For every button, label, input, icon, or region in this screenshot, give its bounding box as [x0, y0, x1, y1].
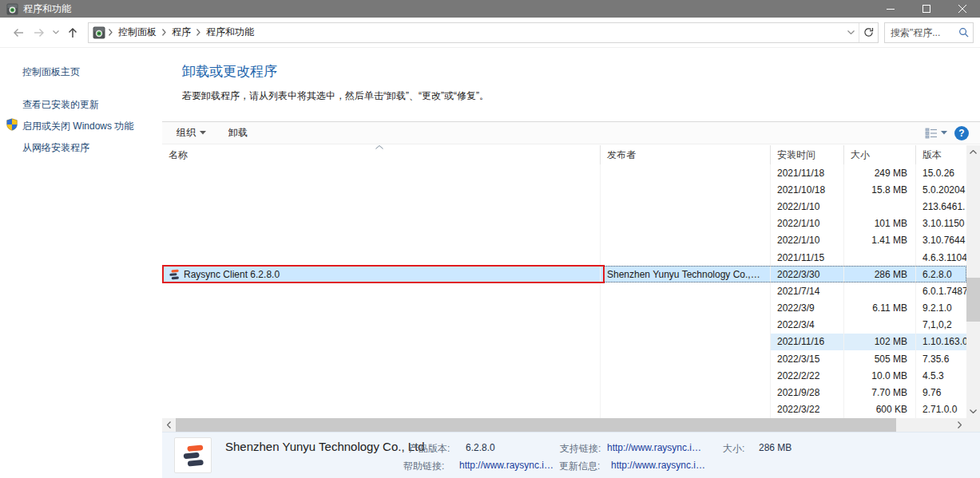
cell-publisher — [601, 317, 771, 334]
app-icon — [6, 3, 18, 15]
cell-name — [162, 367, 601, 384]
sidebar-item-control-panel-home[interactable]: 控制面板主页 — [0, 61, 162, 83]
search-icon[interactable] — [958, 27, 969, 38]
cell-publisher — [601, 215, 771, 232]
table-row[interactable]: 2021/11/15 4.6.3.1104 — [162, 249, 966, 266]
column-header-size[interactable]: 大小 — [844, 145, 916, 164]
update-info-link[interactable]: http://www.raysync.i… — [611, 460, 705, 471]
up-button[interactable] — [62, 22, 83, 43]
scroll-down-icon[interactable] — [966, 405, 980, 418]
table-row[interactable]: 2021/11/16 102 MB 1.10.163.0 — [162, 334, 966, 350]
cell-publisher — [601, 164, 771, 181]
forward-button[interactable] — [29, 22, 50, 43]
address-bar[interactable]: 控制面板 程序 程序和功能 — [88, 22, 879, 43]
size-label: 大小: — [723, 442, 744, 456]
cell-installed-on: 2022/3/4 — [771, 317, 844, 334]
cell-installed-on: 2021/7/14 — [771, 282, 844, 299]
support-link-label: 支持链接: — [560, 442, 601, 456]
page-instruction: 若要卸载程序，请从列表中将其选中，然后单击“卸载”、“更改”或“修复”。 — [182, 89, 489, 103]
help-link[interactable]: http://www.raysync.i… — [459, 460, 553, 471]
cell-name: Raysync Client 6.2.8.0 — [162, 266, 601, 282]
search-input[interactable] — [891, 27, 956, 38]
support-link[interactable]: http://www.raysync.i… — [607, 442, 701, 453]
cell-size: 15.8 MB — [844, 181, 916, 198]
navigation-bar: 控制面板 程序 程序和功能 — [0, 18, 980, 48]
change-view-button[interactable] — [925, 128, 947, 139]
table-row[interactable]: Raysync Client 6.2.8.0 Shenzhen Yunyu Te… — [162, 266, 966, 282]
cell-name — [162, 350, 601, 367]
cell-version: 7,1,0,2 — [916, 317, 966, 334]
cell-name — [162, 384, 601, 401]
cell-version: 9.2.1.0 — [916, 300, 966, 317]
table-row[interactable]: 2022/3/15 505 MB 7.35.6 — [162, 350, 966, 367]
raysync-logo — [174, 437, 212, 473]
table-row[interactable]: 2022/3/9 6.11 MB 9.2.1.0 — [162, 300, 966, 317]
table-row[interactable]: 2022/1/10 213.6461. — [162, 198, 966, 215]
update-info-label: 更新信息: — [559, 460, 600, 473]
cell-name — [162, 181, 601, 198]
sidebar-item-install-from-network[interactable]: 从网络安装程序 — [0, 137, 162, 159]
column-header-version[interactable]: 版本 — [916, 145, 966, 164]
cell-version: 213.6461. — [916, 198, 966, 215]
cell-size — [844, 198, 916, 215]
breadcrumb-programs[interactable]: 程序 — [166, 26, 196, 39]
table-row[interactable]: 2021/11/18 249 MB 15.0.26 — [162, 164, 966, 181]
scroll-left-icon[interactable] — [162, 418, 176, 432]
details-pane: Shenzhen Yunyu Technology Co., Ltd 产品版本:… — [162, 432, 980, 478]
cell-installed-on: 2021/11/16 — [771, 334, 844, 350]
cell-name — [162, 232, 601, 249]
scroll-right-icon[interactable] — [953, 418, 966, 432]
table-row[interactable]: 2021/7/14 6.0.1.7487 — [162, 282, 966, 299]
horizontal-scrollbar[interactable] — [162, 418, 966, 432]
uninstall-button[interactable]: 卸载 — [222, 123, 254, 143]
cell-publisher — [601, 334, 771, 350]
cell-size: 101 MB — [844, 215, 916, 232]
cell-installed-on: 2021/11/15 — [771, 249, 844, 266]
uac-shield-icon — [6, 118, 18, 131]
column-header-publisher[interactable]: 发布者 — [601, 145, 771, 164]
main-pane: 卸载或更改程序 若要卸载程序，请从列表中将其选中，然后单击“卸载”、“更改”或“… — [162, 48, 980, 478]
close-button[interactable] — [944, 0, 980, 18]
help-button[interactable]: ? — [954, 126, 969, 140]
table-row[interactable]: 2022/3/22 600 KB 2.71.0.0 — [162, 401, 966, 418]
recent-pages-chevron[interactable] — [50, 22, 62, 43]
vertical-scrollbar[interactable] — [966, 145, 980, 418]
table-row[interactable]: 2022/1/10 1.41 MB 3.10.7644 — [162, 232, 966, 249]
table-row[interactable]: 2021/9/28 7.70 MB 9.76 — [162, 384, 966, 401]
vertical-scroll-thumb[interactable] — [966, 278, 980, 322]
sidebar-item-view-installed-updates[interactable]: 查看已安装的更新 — [0, 94, 162, 116]
cell-size: 286 MB — [844, 266, 916, 282]
cell-name — [162, 401, 601, 418]
list-view-icon — [925, 128, 938, 139]
sidebar-item-windows-features[interactable]: 启用或关闭 Windows 功能 — [0, 116, 162, 137]
cell-installed-on: 2021/10/18 — [771, 181, 844, 198]
back-button[interactable] — [8, 22, 29, 43]
table-row[interactable]: 2022/3/4 7,1,0,2 — [162, 317, 966, 334]
program-list: 名称 发布者 安装时间 大小 版本 2021/11/18 249 MB 15.0… — [162, 145, 966, 418]
refresh-icon[interactable] — [859, 23, 878, 42]
table-row[interactable]: 2021/10/18 15.8 MB 5.0.20204 — [162, 181, 966, 198]
address-dropdown-chevron[interactable] — [843, 30, 859, 35]
organize-button[interactable]: 组织 — [170, 123, 212, 143]
cell-version: 15.0.26 — [916, 164, 966, 181]
scrollbar-corner — [966, 418, 980, 432]
search-box[interactable] — [884, 22, 974, 43]
cell-size: 1.41 MB — [844, 232, 916, 249]
breadcrumb-programs-and-features[interactable]: 程序和功能 — [200, 26, 260, 39]
horizontal-scroll-thumb[interactable] — [176, 418, 896, 432]
page-title: 卸载或更改程序 — [182, 62, 277, 81]
table-row[interactable]: 2022/1/10 101 MB 3.10.1150 — [162, 215, 966, 232]
raysync-app-icon — [169, 269, 180, 280]
cell-version: 1.10.163.0 — [916, 334, 966, 350]
cell-version: 2.71.0.0 — [916, 401, 966, 418]
scroll-up-icon[interactable] — [966, 145, 980, 159]
cell-publisher — [601, 350, 771, 367]
column-header-installed-on[interactable]: 安装时间 — [771, 145, 844, 164]
minimize-button[interactable] — [872, 0, 908, 18]
maximize-button[interactable] — [908, 0, 944, 18]
breadcrumb-control-panel[interactable]: 控制面板 — [113, 26, 162, 39]
cell-installed-on: 2021/9/28 — [771, 384, 844, 401]
cell-name — [162, 334, 601, 350]
cell-size: 249 MB — [844, 164, 916, 181]
table-row[interactable]: 2022/2/22 10.0 MB 4.5.3 — [162, 367, 966, 384]
